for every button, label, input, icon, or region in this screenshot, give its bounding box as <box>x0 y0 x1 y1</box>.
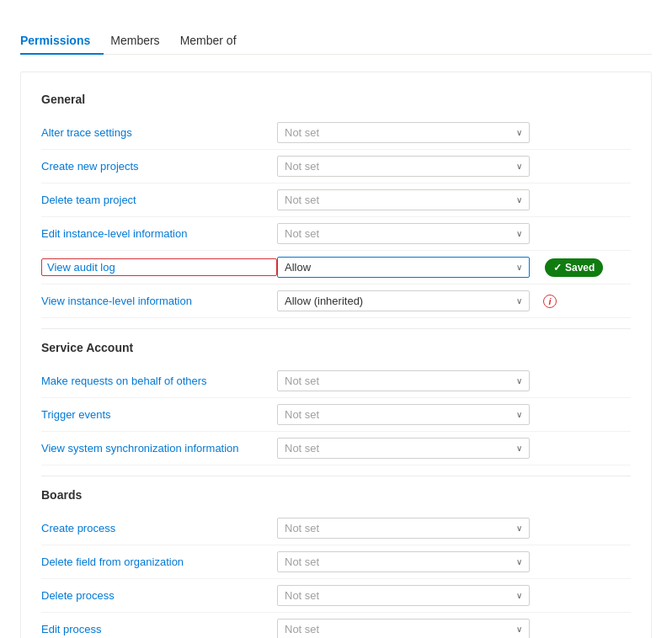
chevron-down-icon: ∨ <box>516 162 522 171</box>
content-panel: GeneralAlter trace settingsNot set∨Creat… <box>20 72 652 638</box>
section-title-service-account: Service Account <box>41 341 631 354</box>
section-divider-boards <box>41 476 631 476</box>
permission-row-delete-team-project: Delete team projectNot set∨ <box>41 183 631 217</box>
saved-badge: ✓Saved <box>545 258 603 277</box>
select-value-edit-process: Not set <box>285 623 516 635</box>
permission-row-create-process: Create processNot set∨ <box>41 512 631 545</box>
permission-name-delete-process[interactable]: Delete process <box>41 589 277 602</box>
section-title-boards: Boards <box>41 488 631 502</box>
permission-select-edit-instance[interactable]: Not set∨ <box>277 223 530 244</box>
chevron-down-icon: ∨ <box>516 591 522 600</box>
permission-select-view-sync[interactable]: Not set∨ <box>277 438 530 459</box>
permission-name-create-process[interactable]: Create process <box>41 522 277 534</box>
select-value-view-sync: Not set <box>285 442 516 455</box>
permission-select-view-audit-log[interactable]: Allow∨ <box>277 257 530 278</box>
permission-name-delete-team-project[interactable]: Delete team project <box>41 194 277 206</box>
permission-select-trigger-events[interactable]: Not set∨ <box>277 404 530 425</box>
row-extras-view-instance: i <box>536 295 557 308</box>
permission-row-view-sync: View system synchronization informationN… <box>41 432 631 465</box>
permission-name-edit-process[interactable]: Edit process <box>41 623 277 635</box>
info-icon[interactable]: i <box>543 295 557 308</box>
tab-members[interactable]: Members <box>110 27 173 54</box>
chevron-down-icon: ∨ <box>516 444 522 453</box>
chevron-down-icon: ∨ <box>516 524 522 533</box>
chevron-down-icon: ∨ <box>516 296 522 306</box>
permission-select-view-instance[interactable]: Allow (inherited)∨ <box>277 290 530 311</box>
page-container: PermissionsMembersMember of GeneralAlter… <box>0 0 672 638</box>
permission-row-edit-process: Edit processNot set∨ <box>41 613 631 638</box>
permission-select-create-process[interactable]: Not set∨ <box>277 518 530 539</box>
permission-select-make-requests[interactable]: Not set∨ <box>277 370 530 391</box>
select-value-delete-field: Not set <box>285 556 516 568</box>
chevron-down-icon: ∨ <box>516 229 522 238</box>
permission-name-create-projects[interactable]: Create new projects <box>41 160 277 173</box>
permission-name-alter-trace[interactable]: Alter trace settings <box>41 126 277 139</box>
chevron-down-icon: ∨ <box>516 376 522 385</box>
chevron-down-icon: ∨ <box>516 625 522 634</box>
chevron-down-icon: ∨ <box>516 263 522 272</box>
select-value-trigger-events: Not set <box>285 408 516 421</box>
section-title-general: General <box>41 93 631 106</box>
select-value-create-process: Not set <box>285 522 516 534</box>
permission-select-delete-team-project[interactable]: Not set∨ <box>277 189 530 210</box>
tab-bar: PermissionsMembersMember of <box>20 27 652 55</box>
chevron-down-icon: ∨ <box>516 557 522 566</box>
permission-name-delete-field[interactable]: Delete field from organization <box>41 556 277 568</box>
permission-name-view-instance[interactable]: View instance-level information <box>41 295 277 307</box>
permission-select-create-projects[interactable]: Not set∨ <box>277 156 530 177</box>
tab-member-of[interactable]: Member of <box>180 27 250 54</box>
permission-name-trigger-events[interactable]: Trigger events <box>41 408 277 421</box>
select-value-make-requests: Not set <box>285 375 516 387</box>
select-value-view-instance: Allow (inherited) <box>285 295 516 307</box>
select-value-view-audit-log: Allow <box>285 261 516 274</box>
permission-name-make-requests[interactable]: Make requests on behalf of others <box>41 375 277 387</box>
saved-label: Saved <box>565 262 595 274</box>
permission-name-view-audit-log[interactable]: View audit log <box>41 258 277 276</box>
permission-name-view-sync[interactable]: View system synchronization information <box>41 442 277 455</box>
select-value-delete-process: Not set <box>285 589 516 602</box>
permission-select-alter-trace[interactable]: Not set∨ <box>277 122 530 143</box>
checkmark-icon: ✓ <box>553 262 562 274</box>
select-value-edit-instance: Not set <box>285 227 516 240</box>
row-extras-view-audit-log: ✓Saved <box>536 258 603 277</box>
permission-row-make-requests: Make requests on behalf of othersNot set… <box>41 364 631 398</box>
chevron-down-icon: ∨ <box>516 128 522 137</box>
select-value-alter-trace: Not set <box>285 126 516 139</box>
permission-row-delete-process: Delete processNot set∨ <box>41 579 631 613</box>
permission-select-delete-process[interactable]: Not set∨ <box>277 585 530 606</box>
permission-row-trigger-events: Trigger eventsNot set∨ <box>41 398 631 432</box>
tab-permissions[interactable]: Permissions <box>20 27 104 54</box>
select-value-create-projects: Not set <box>285 160 516 173</box>
select-value-delete-team-project: Not set <box>285 194 516 206</box>
chevron-down-icon: ∨ <box>516 195 522 205</box>
permission-row-alter-trace: Alter trace settingsNot set∨ <box>41 116 631 150</box>
section-divider-service-account <box>41 328 631 329</box>
permission-select-delete-field[interactable]: Not set∨ <box>277 551 530 572</box>
permission-row-view-instance: View instance-level informationAllow (in… <box>41 284 631 318</box>
permission-row-delete-field: Delete field from organizationNot set∨ <box>41 545 631 579</box>
permission-name-edit-instance[interactable]: Edit instance-level information <box>41 227 277 240</box>
permission-row-view-audit-log: View audit logAllow∨✓Saved <box>41 251 631 284</box>
permission-row-create-projects: Create new projectsNot set∨ <box>41 150 631 183</box>
chevron-down-icon: ∨ <box>516 410 522 419</box>
permission-select-edit-process[interactable]: Not set∨ <box>277 619 530 638</box>
permission-row-edit-instance: Edit instance-level informationNot set∨ <box>41 217 631 251</box>
